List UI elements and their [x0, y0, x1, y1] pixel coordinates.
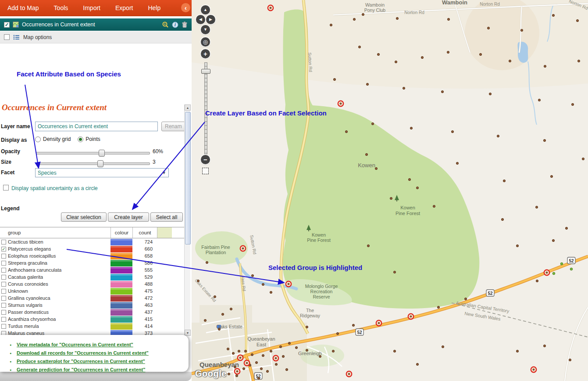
occurrence-point[interactable]	[362, 13, 364, 15]
radio-points[interactable]: Points	[78, 136, 100, 142]
occurrence-point[interactable]	[416, 187, 418, 189]
occurrence-point[interactable]	[577, 60, 580, 62]
occurrence-point[interactable]	[282, 355, 284, 357]
legend-row[interactable]: Grallina cyanoleuca472	[0, 295, 184, 302]
facet-select[interactable]: Species ▼	[35, 168, 169, 177]
occurrence-point[interactable]	[242, 367, 245, 370]
active-layer-bar[interactable]: Occurrences in Current extent i	[0, 18, 192, 31]
legend-row[interactable]: Anthochaera carunculata555	[0, 266, 184, 273]
occurrence-point[interactable]	[244, 350, 246, 352]
occurrence-point[interactable]	[332, 350, 334, 352]
occurrence-point[interactable]	[396, 17, 398, 19]
highlighted-occurrence-point[interactable]	[235, 369, 240, 374]
occurrence-point[interactable]	[516, 244, 518, 247]
occurrence-point[interactable]	[447, 18, 449, 20]
occurrence-point[interactable]	[319, 355, 321, 357]
occurrence-point[interactable]	[497, 135, 499, 137]
legend-row[interactable]: Sturnus vulgaris463	[0, 302, 184, 309]
nav-item-add-to-map[interactable]: Add to Map	[0, 4, 46, 11]
occurrence-point[interactable]	[353, 18, 355, 20]
zoom-slider-track[interactable]	[204, 62, 207, 155]
clear-selection-button[interactable]: Clear selection	[61, 212, 107, 222]
legend-row[interactable]: Eolophus roseicapillus658	[0, 252, 184, 259]
occurrence-point[interactable]	[442, 345, 444, 348]
occurrence-point[interactable]	[552, 239, 554, 241]
highlighted-occurrence-point[interactable]	[376, 320, 381, 326]
occurrence-point[interactable]	[550, 175, 552, 177]
occurrence-point[interactable]	[288, 342, 290, 344]
occurrence-point[interactable]	[285, 368, 288, 370]
nav-item-import[interactable]: Import	[75, 4, 108, 11]
occurrence-point[interactable]	[366, 83, 368, 85]
occurrence-point[interactable]	[576, 19, 578, 22]
occurrence-point[interactable]	[565, 227, 567, 229]
occurrence-point[interactable]	[228, 373, 230, 375]
occurrence-point[interactable]	[270, 291, 272, 293]
occurrence-point[interactable]	[214, 295, 216, 298]
occurrence-point[interactable]	[503, 180, 505, 182]
zoom-to-layer-icon[interactable]	[162, 21, 169, 28]
legend-row[interactable]: Acanthiza chrysorrhoa415	[0, 316, 184, 323]
occurrence-point[interactable]	[569, 359, 571, 361]
occurrence-point[interactable]	[345, 130, 347, 133]
occurrence-point[interactable]	[221, 313, 224, 315]
occurrence-point[interactable]	[410, 127, 412, 129]
radio-density-grid[interactable]: Density grid	[35, 136, 71, 142]
map-canvas[interactable]: WamboinNorton RdNorton RdWamboinPony Clu…	[192, 0, 588, 381]
scroll-thumb[interactable]	[185, 112, 191, 244]
occurrence-point[interactable]	[489, 93, 491, 95]
occurrence-point[interactable]	[260, 367, 262, 370]
highlighted-occurrence-point[interactable]	[408, 314, 413, 319]
occurrence-point[interactable]	[235, 374, 238, 377]
occurrence-point[interactable]	[487, 27, 489, 29]
occurrence-point[interactable]	[464, 298, 467, 300]
layer-link[interactable]: Download all records for "Occurrences in…	[17, 350, 189, 356]
occurrence-point[interactable]	[262, 283, 264, 285]
occurrence-point[interactable]	[520, 29, 523, 31]
reset-view-button[interactable]: ◎	[201, 37, 210, 47]
occurrence-point[interactable]	[437, 306, 439, 308]
occurrence-point-green[interactable]	[570, 268, 573, 270]
scroll-up-button[interactable]: ▲	[185, 104, 191, 111]
collapse-panel-button[interactable]: ‹	[181, 3, 190, 12]
highlighted-occurrence-point[interactable]	[268, 5, 273, 11]
select-all-button[interactable]: Select all	[150, 212, 183, 222]
zoom-slider-thumb[interactable]	[201, 69, 210, 74]
occurrence-point[interactable]	[408, 178, 410, 180]
layer-visibility-checkbox[interactable]	[4, 22, 10, 28]
occurrence-point[interactable]	[204, 319, 206, 321]
occurrence-point[interactable]	[403, 87, 405, 89]
pan-up-button[interactable]: ▲	[201, 5, 210, 14]
occurrence-point[interactable]	[206, 261, 208, 263]
create-layer-button[interactable]: Create layer	[108, 212, 149, 222]
nav-item-help[interactable]: Help	[140, 4, 168, 11]
occurrence-point[interactable]	[544, 65, 546, 67]
occurrence-point[interactable]	[238, 350, 240, 352]
occurrence-point[interactable]	[395, 61, 397, 63]
occurrence-point[interactable]	[306, 349, 308, 351]
pan-left-button[interactable]: ◀	[196, 15, 205, 24]
highlighted-occurrence-point[interactable]	[240, 246, 246, 251]
highlighted-occurrence-point[interactable]	[346, 371, 352, 377]
occurrence-point[interactable]	[251, 274, 253, 277]
legend-row[interactable]: ✓Platycercus elegans660	[0, 245, 184, 252]
occurrence-point[interactable]	[197, 280, 199, 282]
occurrence-point[interactable]	[255, 361, 257, 363]
occurrence-point[interactable]	[416, 363, 418, 365]
occurrence-point[interactable]	[279, 345, 282, 348]
occurrence-point[interactable]	[358, 46, 360, 48]
occurrence-point[interactable]	[390, 197, 392, 199]
legend-row[interactable]: Corvus coronoides488	[0, 280, 184, 288]
occurrence-point[interactable]	[479, 53, 481, 55]
nav-item-export[interactable]: Export	[108, 4, 140, 11]
occurrence-point[interactable]	[234, 366, 236, 368]
zoom-out-button[interactable]: −	[201, 155, 210, 164]
occurrence-point[interactable]	[330, 24, 332, 26]
occurrence-point[interactable]	[543, 139, 545, 141]
scroll-down-button[interactable]: ▼	[185, 330, 191, 336]
size-slider-thumb[interactable]	[97, 160, 103, 167]
layer-info-icon[interactable]: i	[172, 22, 178, 28]
highlighted-occurrence-point[interactable]	[531, 367, 536, 372]
legend-row[interactable]: Cracticus tibicen724	[0, 238, 184, 245]
nav-item-tools[interactable]: Tools	[46, 4, 76, 11]
